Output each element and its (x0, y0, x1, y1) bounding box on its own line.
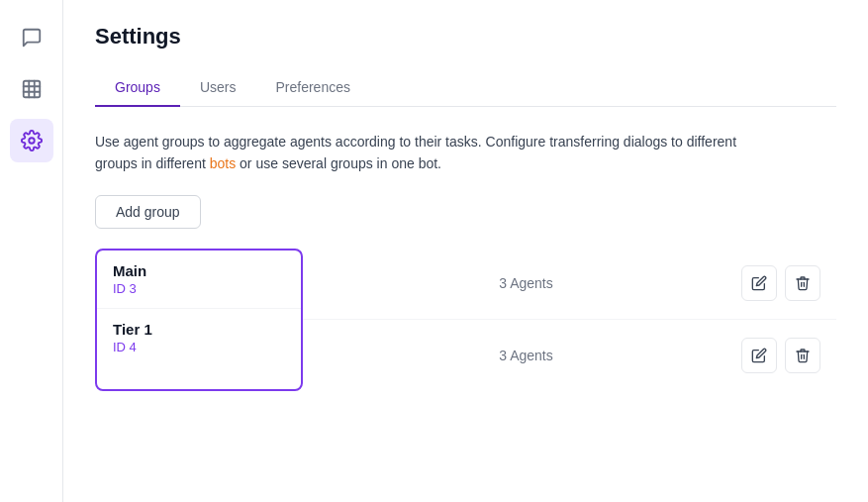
edit-button-main[interactable] (741, 265, 777, 301)
svg-point-5 (29, 138, 35, 144)
action-buttons-main (741, 265, 828, 301)
tab-preferences[interactable]: Preferences (255, 69, 369, 107)
edit-button-tier1[interactable] (741, 338, 777, 373)
sidebar (0, 0, 63, 502)
groups-right-side: 3 Agents (303, 249, 836, 391)
groups-description: Use agent groups to aggregate agents acc… (95, 131, 768, 175)
sidebar-item-analytics[interactable] (10, 67, 53, 111)
agents-count-tier1: 3 Agents (311, 348, 741, 363)
add-group-button[interactable]: Add group (95, 195, 201, 229)
group-name-main: Main (113, 262, 285, 279)
agents-count-main: 3 Agents (311, 275, 741, 291)
group-row-main: 3 Agents (303, 249, 836, 320)
list-item[interactable]: Tier 1 ID 4 (97, 309, 301, 366)
edit-icon (751, 348, 767, 363)
page-header: Settings Groups Users Preferences (63, 0, 868, 107)
main-content: Settings Groups Users Preferences Use ag… (63, 0, 868, 502)
trash-icon (795, 348, 811, 363)
delete-button-main[interactable] (785, 265, 820, 301)
delete-button-tier1[interactable] (785, 338, 820, 373)
action-buttons-tier1 (741, 338, 828, 373)
groups-layout: Main ID 3 Tier 1 ID 4 3 Agents (95, 249, 836, 391)
edit-icon (751, 275, 767, 291)
tab-users[interactable]: Users (180, 69, 256, 107)
tabs-bar: Groups Users Preferences (95, 69, 836, 107)
group-id-main: ID 3 (113, 281, 285, 296)
content-area: Use agent groups to aggregate agents acc… (63, 107, 868, 502)
group-name-tier1: Tier 1 (113, 321, 285, 338)
page-title: Settings (95, 24, 836, 50)
sidebar-item-chat[interactable] (10, 16, 53, 59)
sidebar-item-settings[interactable] (10, 119, 53, 162)
group-row-tier1: 3 Agents (303, 320, 836, 391)
bots-link[interactable]: bots (210, 155, 236, 171)
group-id-tier1: ID 4 (113, 340, 285, 354)
list-item[interactable]: Main ID 3 (97, 251, 301, 309)
svg-rect-0 (23, 81, 40, 98)
tab-groups[interactable]: Groups (95, 69, 180, 107)
groups-selection-box: Main ID 3 Tier 1 ID 4 (95, 249, 303, 391)
trash-icon (795, 275, 811, 291)
